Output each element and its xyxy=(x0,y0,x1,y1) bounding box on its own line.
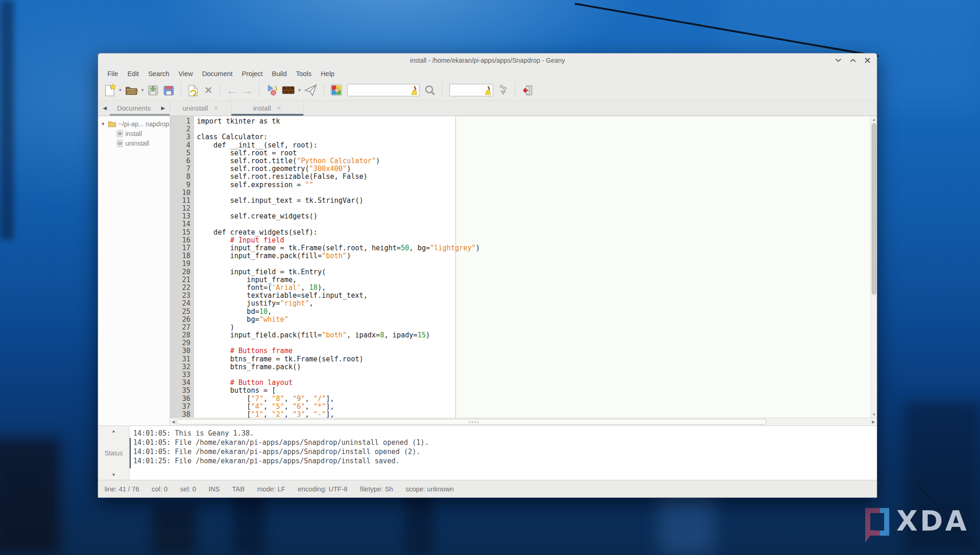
menu-document[interactable]: Document xyxy=(198,70,237,77)
code-line xyxy=(197,260,870,268)
tab-uninstall[interactable]: uninstall✕ xyxy=(170,100,231,116)
line-number: 8 xyxy=(170,173,190,181)
new-file-icon[interactable] xyxy=(102,82,118,99)
clear-line-icon[interactable] xyxy=(483,86,491,95)
status-message: 14:01:25: File /home/ekaran/pi-apps/apps… xyxy=(133,456,877,466)
editor[interactable]: 1234567891011121314151617181920212223242… xyxy=(170,116,877,418)
code-line: def create_widgets(self): xyxy=(197,229,870,236)
line-number: 12 xyxy=(170,205,190,213)
revert-icon[interactable] xyxy=(185,82,201,99)
status-bar: line: 41 / 76col: 0sel: 0INSTABmode: LFe… xyxy=(98,480,877,497)
tree-item-install[interactable]: install xyxy=(98,129,170,138)
run-icon[interactable] xyxy=(302,82,319,99)
line-number: 29 xyxy=(170,339,190,347)
status-messages[interactable]: 14:01:05: This is Geany 1.38.14:01:05: F… xyxy=(130,426,877,480)
line-number: 3 xyxy=(170,133,190,141)
vertical-scrollbar-thumb[interactable] xyxy=(872,123,876,295)
color-chooser-icon[interactable] xyxy=(328,82,344,99)
message-window: ▲ Status ▼ 14:01:05: This is Geany 1.38.… xyxy=(98,425,877,480)
scroll-up-icon[interactable]: ▲ xyxy=(871,116,877,123)
maximize-icon[interactable] xyxy=(849,57,856,64)
code-line: self.root = root xyxy=(197,149,870,157)
menu-search[interactable]: Search xyxy=(143,70,174,77)
goto-line-entry[interactable] xyxy=(449,84,493,96)
toolbar: ▾ ▾ ✕ ← → ▾ xyxy=(98,80,877,100)
script-file-icon xyxy=(117,140,123,147)
line-number: 27 xyxy=(170,324,190,331)
menu-build[interactable]: Build xyxy=(267,70,291,77)
save-icon[interactable] xyxy=(145,82,161,99)
save-all-icon[interactable] xyxy=(161,82,177,99)
menu-help[interactable]: Help xyxy=(316,70,339,77)
clear-search-icon[interactable] xyxy=(409,86,418,95)
xda-watermark: XDA xyxy=(865,506,969,546)
close-document-icon[interactable]: ✕ xyxy=(201,82,216,99)
code-line: ["7", "8", "9", "/"], xyxy=(197,395,870,403)
menu-edit[interactable]: Edit xyxy=(123,70,143,77)
scroll-left-icon[interactable]: ◀ xyxy=(170,418,177,425)
menu-tools[interactable]: Tools xyxy=(291,70,316,77)
tree-item-root-folder[interactable]: ▼ ~/pi-ap... napdrop xyxy=(98,119,170,129)
toolbar-search-entry[interactable] xyxy=(347,84,419,96)
code-line: btns_frame.pack() xyxy=(197,363,870,371)
code-line: input_field.pack(fill="both", ipadx=8, i… xyxy=(197,331,870,339)
xda-logo-text: XDA xyxy=(897,506,969,536)
open-file-dropdown-icon[interactable]: ▾ xyxy=(140,87,146,93)
tree-root-label: ~/pi-ap... napdrop xyxy=(118,120,169,128)
vertical-scrollbar[interactable]: ▲ ▼ xyxy=(870,116,877,418)
folder-icon xyxy=(108,120,116,127)
build-icon[interactable] xyxy=(280,82,297,99)
forward-icon[interactable]: → xyxy=(240,82,255,99)
main-area: ▼ ~/pi-ap... napdrop installuninstall 12… xyxy=(98,116,877,425)
minimize-icon[interactable] xyxy=(834,57,842,64)
line-number: 30 xyxy=(170,347,190,355)
code-line: ["4", "5", "6", "*"], xyxy=(197,403,870,411)
line-number: 35 xyxy=(170,387,190,395)
sidebar-tab-documents[interactable]: ◀ Documents ▶ xyxy=(98,100,170,116)
menu-view[interactable]: View xyxy=(174,70,197,77)
search-icon[interactable] xyxy=(422,82,438,99)
horizontal-scrollbar-thumb[interactable] xyxy=(177,419,767,425)
line-number: 7 xyxy=(170,165,190,173)
quit-icon[interactable] xyxy=(520,82,536,99)
panel-scroll-down-icon[interactable]: ▼ xyxy=(112,472,116,477)
scroll-down-icon[interactable]: ▼ xyxy=(871,411,877,418)
scrollbar-grip xyxy=(472,421,473,423)
status-tab[interactable]: Status xyxy=(105,449,123,457)
code-line: font=('Arial', 18), xyxy=(197,284,870,292)
new-file-dropdown-icon[interactable]: ▾ xyxy=(118,87,123,93)
title-bar[interactable]: install - /home/ekaran/pi-apps/apps/Snap… xyxy=(98,53,877,67)
menu-file[interactable]: File xyxy=(103,70,123,77)
close-tab-icon[interactable]: ✕ xyxy=(213,105,218,112)
tree-item-uninstall[interactable]: uninstall xyxy=(98,138,170,148)
jump-to-line-icon[interactable] xyxy=(496,82,511,99)
close-icon[interactable] xyxy=(864,57,871,64)
status-message: 14:01:05: This is Geany 1.38. xyxy=(133,429,877,438)
line-number: 28 xyxy=(170,331,190,339)
code-line: input_field = tk.Entry( xyxy=(197,268,870,276)
code-line: # Input field xyxy=(197,236,870,244)
scroll-right-icon[interactable]: ▶ xyxy=(870,418,877,425)
back-icon[interactable]: ← xyxy=(224,82,240,99)
build-dropdown-icon[interactable]: ▾ xyxy=(297,87,302,93)
statusbar-item: col: 0 xyxy=(152,485,168,493)
panel-scroll-up-icon[interactable]: ▲ xyxy=(112,429,116,433)
code-view[interactable]: import tkinter as tk class Calculator: d… xyxy=(197,116,870,418)
open-file-icon[interactable] xyxy=(123,82,140,99)
code-line: self.create_widgets() xyxy=(197,213,870,220)
statusbar-item: mode: LF xyxy=(257,485,285,493)
line-number: 21 xyxy=(170,276,190,284)
close-tab-icon[interactable]: ✕ xyxy=(277,105,282,112)
horizontal-scrollbar[interactable]: ◀ ▶ xyxy=(170,418,877,425)
tab-scroll-right-icon[interactable]: ▶ xyxy=(161,105,165,111)
status-message: 14:01:05: File /home/ekaran/pi-apps/apps… xyxy=(133,438,877,447)
menu-project[interactable]: Project xyxy=(237,70,267,77)
expander-icon[interactable]: ▼ xyxy=(101,122,106,126)
compile-icon[interactable] xyxy=(264,82,280,99)
tab-scroll-left-icon[interactable]: ◀ xyxy=(103,105,106,111)
line-number: 19 xyxy=(170,260,190,268)
code-line: self.expression = "" xyxy=(197,181,870,189)
notebook-tab-row: ◀ Documents ▶ uninstall✕install✕ xyxy=(98,100,877,116)
code-line: def __init__(self, root): xyxy=(197,142,870,149)
tab-install[interactable]: install✕ xyxy=(231,100,304,116)
